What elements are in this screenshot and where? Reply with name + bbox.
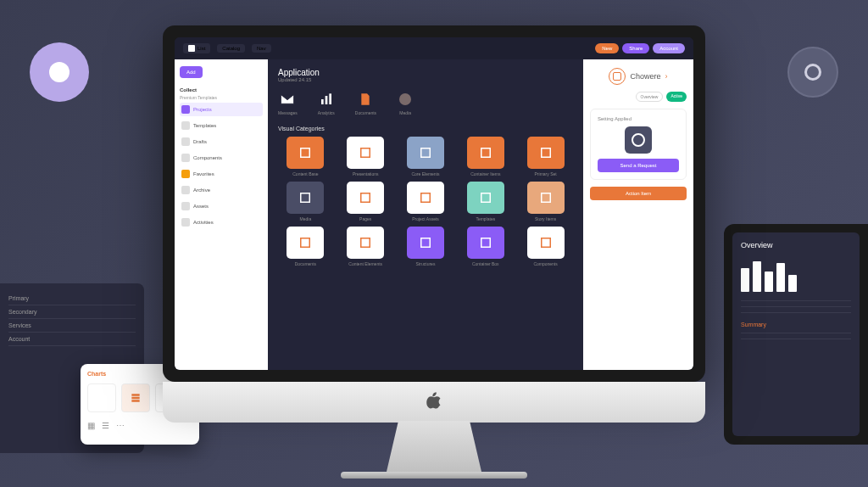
sidebar-item-label: Activities <box>193 220 214 225</box>
request-button[interactable]: Send a Request <box>598 159 679 172</box>
sidebar-item-archive[interactable]: Archive <box>180 183 263 197</box>
tablet-title: Overview <box>741 241 851 249</box>
sidebar-item-label: Archive <box>193 188 210 193</box>
draft-icon <box>181 137 190 146</box>
sidebar-item-favorites[interactable]: Favorites <box>180 167 263 181</box>
float-thumb[interactable] <box>87 383 116 412</box>
tile-label: Templates <box>476 216 495 221</box>
category-tile[interactable]: Container Items <box>458 137 513 176</box>
tab-analytics[interactable]: Analytics <box>318 91 335 115</box>
tile-label: Project Assets <box>412 216 439 221</box>
tile-thumbnail <box>527 182 565 214</box>
section-header: Visual Categories <box>278 126 573 132</box>
category-tile[interactable]: Templates <box>458 182 513 221</box>
page-title: Application <box>278 68 320 77</box>
tile-thumbnail <box>467 182 504 214</box>
category-tile[interactable]: Pages <box>338 182 393 221</box>
grid-icon[interactable]: ▦ <box>87 421 95 430</box>
activity-icon <box>181 218 190 227</box>
sidebar-item-projects[interactable]: Projects <box>180 103 263 116</box>
category-tile[interactable]: Project Assets <box>398 182 453 221</box>
svg-rect-9 <box>361 193 370 203</box>
tablet-footer: Summary <box>741 322 851 327</box>
brand-icon <box>609 68 626 85</box>
svg-rect-13 <box>301 238 310 248</box>
category-tile[interactable]: Primary Set <box>518 137 573 176</box>
sidebar-item-label: Templates <box>193 123 216 128</box>
imac-device: List Catalog Nav New Share Account Add C <box>163 25 705 479</box>
sidebar-item-assets[interactable]: Assets <box>180 199 263 213</box>
main-content: Application Updated 24.15 Messages <box>268 59 583 370</box>
decorative-circle-right <box>787 47 838 98</box>
list-icon[interactable]: ☰ <box>102 421 109 430</box>
sidebar-item-components[interactable]: Components <box>180 151 263 165</box>
tile-thumbnail <box>287 137 324 169</box>
tile-label: Documents <box>295 261 316 266</box>
chip-overview[interactable]: Overview <box>636 92 664 102</box>
topbar-new-button[interactable]: New <box>595 43 619 53</box>
svg-rect-16 <box>481 238 491 248</box>
bar-chart-icon <box>318 91 335 108</box>
record-icon <box>625 126 652 154</box>
tile-thumbnail <box>407 137 444 169</box>
svg-rect-2 <box>329 93 331 104</box>
tab-media[interactable]: Media <box>397 91 414 115</box>
category-tile[interactable]: Content Elements <box>338 227 393 266</box>
topbar-account-button[interactable]: Account <box>653 43 685 53</box>
category-tile[interactable]: Components <box>518 227 573 266</box>
tile-thumbnail <box>407 227 444 259</box>
category-tile[interactable]: Documents <box>278 227 333 266</box>
sidebar-item-label: Projects <box>193 107 212 112</box>
topbar-share-button[interactable]: Share <box>622 43 649 53</box>
apple-logo-icon <box>426 392 442 412</box>
circle-icon <box>397 91 414 108</box>
card-title: Setting Applied <box>598 116 632 121</box>
svg-rect-3 <box>301 148 310 158</box>
sidebar-item-drafts[interactable]: Drafts <box>180 135 263 148</box>
topbar-badge[interactable]: Nav <box>252 44 271 53</box>
category-tile[interactable]: Core Elements <box>398 137 453 176</box>
dots-icon[interactable]: ⋯ <box>116 421 125 430</box>
float-thumb[interactable] <box>121 383 150 412</box>
sidebar-section-sub: Premium Templates <box>180 95 263 100</box>
category-tile[interactable]: Content Base <box>278 137 333 176</box>
tile-label: Story Items <box>535 216 556 221</box>
sidebar-section-header: Collect <box>180 87 263 92</box>
tile-label: Primary Set <box>535 171 557 176</box>
svg-rect-1 <box>325 96 327 104</box>
tile-label: Components <box>533 261 557 266</box>
chevron-right-icon: › <box>665 72 668 81</box>
tab-documents[interactable]: Documents <box>355 91 376 115</box>
category-tile[interactable]: Presentations <box>338 137 393 176</box>
topbar-badge[interactable]: List <box>183 43 210 53</box>
category-tile[interactable]: Story Items <box>518 182 573 221</box>
tab-messages[interactable]: Messages <box>278 91 298 115</box>
asset-icon <box>181 202 190 210</box>
action-button[interactable]: Action Item <box>590 187 687 200</box>
sidebar-right: Chowere › Overview Active Setting Applie… <box>583 59 693 370</box>
tile-label: Structures <box>416 261 436 266</box>
tile-label: Content Elements <box>348 261 382 266</box>
panel-row: Primary <box>8 292 136 305</box>
tile-thumbnail <box>467 227 504 259</box>
sidebar-item-label: Favorites <box>193 171 214 176</box>
tile-label: Pages <box>359 216 371 221</box>
sidebar-add-button[interactable]: Add <box>180 66 203 78</box>
category-tile[interactable]: Media <box>278 182 333 221</box>
sidebar-item-templates[interactable]: Templates <box>180 119 263 132</box>
background-tablet-right: Overview Summary <box>724 224 868 445</box>
chip-active[interactable]: Active <box>666 92 687 102</box>
envelope-icon <box>279 91 296 108</box>
panel-row: Secondary <box>8 305 136 319</box>
tile-thumbnail <box>527 137 565 169</box>
tile-thumbnail <box>287 182 324 214</box>
document-icon <box>357 91 374 108</box>
sidebar-item-label: Components <box>193 155 222 160</box>
tile-thumbnail <box>527 227 565 259</box>
category-tile[interactable]: Container Box <box>458 227 513 266</box>
category-tile[interactable]: Structures <box>398 227 453 266</box>
svg-rect-8 <box>301 193 310 203</box>
topbar-badge[interactable]: Catalog <box>217 44 245 53</box>
svg-rect-17 <box>541 238 550 248</box>
sidebar-item-activities[interactable]: Activities <box>180 216 263 229</box>
